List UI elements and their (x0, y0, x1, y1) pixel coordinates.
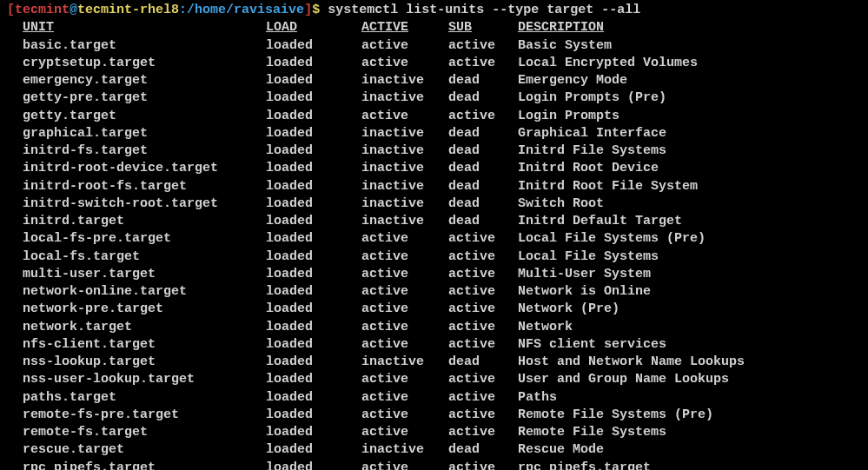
prompt-close-bracket: ] (304, 3, 312, 17)
cell-sub: active (448, 371, 518, 388)
cell-sub: active (448, 230, 518, 248)
cell-load: loaded (266, 55, 361, 72)
cell-unit: network-pre.target (23, 301, 266, 318)
cell-active: active (361, 37, 448, 55)
cell-unit: remote-fs.target (23, 424, 266, 441)
row-lead (7, 108, 23, 125)
row-lead (7, 460, 23, 471)
cell-sub: dead (448, 160, 518, 177)
cell-unit: getty-pre.target (23, 89, 266, 107)
cell-unit: multi-user.target (23, 266, 266, 283)
cell-sub: active (448, 460, 518, 471)
cell-active: inactive (361, 213, 448, 230)
row-lead (7, 213, 23, 230)
table-row: getty.targetloadedactiveactiveLogin Prom… (7, 108, 861, 125)
cell-unit: rescue.target (23, 441, 266, 459)
cell-sub: dead (448, 125, 518, 142)
cell-sub: active (448, 266, 518, 283)
command-text[interactable]: systemctl list-units --type target --all (328, 3, 640, 17)
cell-unit: remote-fs-pre.target (23, 407, 266, 424)
cell-sub: active (448, 248, 518, 266)
cell-active: inactive (361, 441, 448, 459)
cell-load: loaded (266, 460, 361, 471)
table-row: remote-fs.targetloadedactiveactiveRemote… (7, 424, 861, 441)
cell-load: loaded (266, 125, 361, 142)
cell-active: inactive (361, 354, 448, 371)
cell-load: loaded (266, 441, 361, 459)
table-row: local-fs.targetloadedactiveactiveLocal F… (7, 248, 861, 266)
header-load: LOAD (266, 19, 361, 36)
prompt-user: tecmint (15, 3, 70, 17)
row-lead (7, 160, 23, 177)
cell-description: Local File Systems (518, 248, 861, 266)
cell-active: active (361, 389, 448, 407)
row-lead (7, 266, 23, 283)
row-lead (7, 178, 23, 195)
cell-unit: rpc_pipefs.target (23, 460, 266, 471)
cell-active: active (361, 301, 448, 318)
cell-load: loaded (266, 266, 361, 283)
cell-description: Host and Network Name Lookups (518, 354, 861, 371)
table-row: network.targetloadedactiveactiveNetwork (7, 319, 861, 336)
cell-description: Initrd Default Target (518, 213, 861, 230)
cell-unit: initrd-switch-root.target (23, 195, 266, 213)
cell-load: loaded (266, 354, 361, 371)
cell-active: inactive (361, 160, 448, 177)
cell-load: loaded (266, 230, 361, 248)
table-row: remote-fs-pre.targetloadedactiveactiveRe… (7, 407, 861, 424)
cell-sub: dead (448, 178, 518, 195)
cell-description: Paths (518, 389, 861, 407)
row-lead (7, 89, 23, 107)
cell-load: loaded (266, 283, 361, 301)
cell-description: Login Prompts (518, 108, 861, 125)
cell-unit: local-fs-pre.target (23, 230, 266, 248)
row-lead (7, 336, 23, 354)
cell-unit: graphical.target (23, 125, 266, 142)
header-unit: UNIT (23, 19, 266, 36)
cell-description: Local Encrypted Volumes (518, 55, 861, 72)
cell-load: loaded (266, 407, 361, 424)
row-lead (7, 142, 23, 160)
table-row: nss-user-lookup.targetloadedactiveactive… (7, 371, 861, 388)
cell-active: active (361, 108, 448, 125)
cell-load: loaded (266, 301, 361, 318)
cell-sub: active (448, 424, 518, 441)
table-row: network-pre.targetloadedactiveactiveNetw… (7, 301, 861, 318)
cell-active: inactive (361, 178, 448, 195)
cell-description: Initrd Root Device (518, 160, 861, 177)
cell-active: active (361, 55, 448, 72)
row-lead (7, 301, 23, 318)
row-lead (7, 354, 23, 371)
row-lead (7, 371, 23, 388)
cell-sub: dead (448, 72, 518, 89)
row-lead (7, 195, 23, 213)
cell-unit: cryptsetup.target (23, 55, 266, 72)
cell-sub: dead (448, 89, 518, 107)
cell-unit: local-fs.target (23, 248, 266, 266)
table-row: multi-user.targetloadedactiveactiveMulti… (7, 266, 861, 283)
prompt-open-bracket: [ (7, 3, 15, 17)
table-row: nfs-client.targetloadedactiveactiveNFS c… (7, 336, 861, 354)
row-lead (7, 230, 23, 248)
cell-description: rpc_pipefs.target (518, 460, 861, 471)
prompt-dollar: $ (312, 3, 320, 17)
header-active: ACTIVE (361, 19, 448, 36)
cell-unit: initrd.target (23, 213, 266, 230)
cell-active: active (361, 460, 448, 471)
table-row: initrd-root-fs.targetloadedinactivedeadI… (7, 178, 861, 195)
cell-sub: active (448, 283, 518, 301)
cell-description: Network (Pre) (518, 301, 861, 318)
cell-unit: network-online.target (23, 283, 266, 301)
cell-load: loaded (266, 248, 361, 266)
prompt-host: tecmint-rhel8 (77, 3, 179, 17)
cell-load: loaded (266, 89, 361, 107)
table-body: basic.targetloadedactiveactiveBasic Syst… (7, 37, 861, 471)
cell-description: Local File Systems (Pre) (518, 230, 861, 248)
cell-description: Basic System (518, 37, 861, 55)
cell-description: Initrd Root File System (518, 178, 861, 195)
row-lead (7, 72, 23, 89)
cell-load: loaded (266, 178, 361, 195)
cell-description: User and Group Name Lookups (518, 371, 861, 388)
table-row: basic.targetloadedactiveactiveBasic Syst… (7, 37, 861, 55)
row-lead (7, 37, 23, 55)
